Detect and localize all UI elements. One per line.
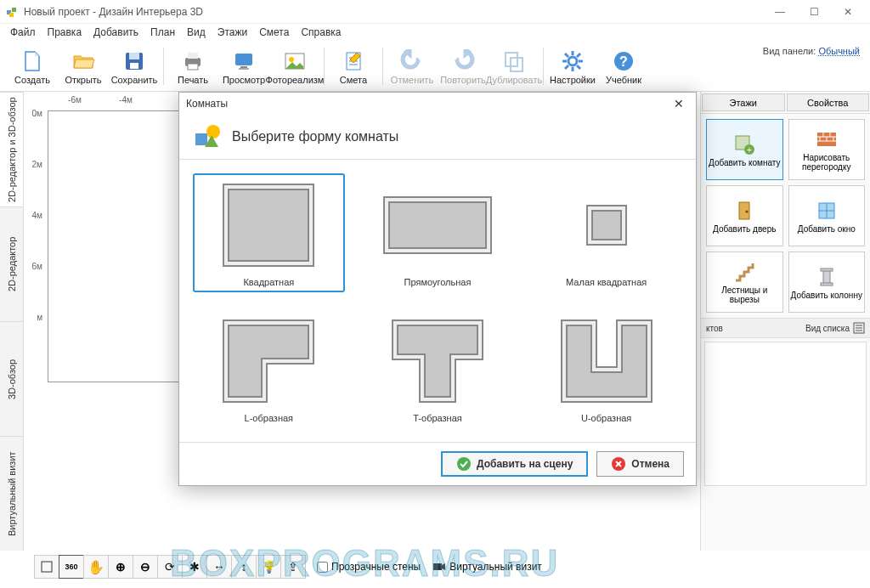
separator <box>543 48 544 85</box>
folder-open-icon <box>71 49 95 73</box>
add-column-button[interactable]: Добавить колонну <box>788 252 866 313</box>
ruler-vertical: 0м 2м 4м 6м м <box>27 109 44 364</box>
list-view-icon[interactable] <box>853 322 865 334</box>
sidetab-virtual[interactable]: Виртуальный визит <box>0 436 23 551</box>
transparent-walls-checkbox[interactable]: Прозрачные стены <box>317 561 421 573</box>
open-button[interactable]: Открыть <box>58 42 109 90</box>
dialog-close-button[interactable]: ✕ <box>669 95 689 112</box>
stairs-button[interactable]: Лестницы и вырезы <box>706 252 783 313</box>
sidetab-2d3d[interactable]: 2D-редактор и 3D-обзор <box>0 92 23 206</box>
flip-h-button[interactable]: ↔ <box>206 555 232 579</box>
svg-rect-11 <box>239 68 249 70</box>
column-icon <box>815 265 839 289</box>
side-tabs: 2D-редактор и 3D-обзор 2D-редактор 3D-об… <box>0 92 24 551</box>
duplicate-button[interactable]: Дублировать <box>489 42 540 90</box>
tutorial-button[interactable]: ? Учебник <box>598 42 649 90</box>
sidetab-2d[interactable]: 2D-редактор <box>0 206 23 321</box>
svg-line-28 <box>577 54 580 57</box>
svg-text:?: ? <box>619 54 628 69</box>
menu-bar: Файл Правка Добавить План Вид Этажи Смет… <box>0 24 870 41</box>
svg-rect-47 <box>823 270 830 284</box>
new-file-icon <box>20 49 44 73</box>
menu-file[interactable]: Файл <box>5 25 41 40</box>
settings-button[interactable]: Настройки <box>547 42 598 90</box>
rotate-button[interactable]: ⟳ <box>157 555 183 579</box>
fit-icon <box>40 560 54 574</box>
add-door-button[interactable]: Добавить дверь <box>706 185 783 246</box>
shape-t[interactable]: T-образная <box>362 309 514 428</box>
svg-rect-10 <box>240 66 247 68</box>
add-room-button[interactable]: + Добавить комнату <box>706 119 783 180</box>
lightbulb-icon: 💡 <box>262 560 276 574</box>
flip-v-button[interactable]: ↕ <box>231 555 257 579</box>
export-button[interactable]: ⇪ <box>280 555 306 579</box>
menu-floors[interactable]: Этажи <box>212 25 252 40</box>
cancel-button[interactable]: Отмена <box>596 451 684 477</box>
menu-edit[interactable]: Правка <box>42 25 88 40</box>
360-button[interactable]: 360 <box>59 555 84 579</box>
360-icon: 360 <box>65 563 77 571</box>
maximize-button[interactable]: ☐ <box>797 0 831 24</box>
preview-button[interactable]: Просмотр <box>218 42 269 90</box>
create-button[interactable]: Создать <box>7 42 58 90</box>
redo-icon <box>451 49 475 73</box>
pan-button[interactable]: ✋ <box>83 555 109 579</box>
rotate-icon: ⟳ <box>165 560 175 574</box>
undo-button[interactable]: Отменить <box>387 42 438 90</box>
tab-properties[interactable]: Свойства <box>787 93 870 111</box>
shape-small-square[interactable]: Малая квадратная <box>530 173 682 292</box>
svg-rect-54 <box>42 562 52 572</box>
menu-view[interactable]: Вид <box>182 25 211 40</box>
svg-point-64 <box>457 457 471 471</box>
light-button[interactable]: 💡 <box>256 555 281 579</box>
print-button[interactable]: Печать <box>167 42 218 90</box>
minimize-button[interactable]: — <box>763 0 797 24</box>
shape-l[interactable]: L-образная <box>193 309 345 428</box>
draw-wall-button[interactable]: Нарисовать перегородку <box>788 119 866 180</box>
help-icon: ? <box>612 49 636 73</box>
zoom-in-icon: ⊕ <box>116 560 126 574</box>
estimate-button[interactable]: Смета <box>328 42 379 90</box>
zoom-out-button[interactable]: ⊖ <box>133 555 158 579</box>
right-panel: Этажи Свойства + Добавить комнату Нарисо… <box>700 92 870 551</box>
redo-button[interactable]: Повторить <box>438 42 489 90</box>
shape-square[interactable]: Квадратная <box>193 173 345 292</box>
svg-rect-48 <box>821 269 833 271</box>
menu-help[interactable]: Справка <box>296 25 346 40</box>
photorealism-button[interactable]: Фотореализм <box>269 42 320 90</box>
svg-point-20 <box>568 57 577 65</box>
close-button[interactable]: ✕ <box>831 0 865 24</box>
svg-line-27 <box>565 65 568 69</box>
sidetab-3d[interactable]: 3D-обзор <box>0 321 23 436</box>
svg-point-57 <box>206 125 220 139</box>
brick-wall-icon <box>815 127 839 151</box>
add-to-scene-button[interactable]: Добавить на сцену <box>441 451 588 477</box>
virtual-visit-label[interactable]: Виртуальный визит <box>432 561 542 573</box>
svg-rect-9 <box>235 54 252 65</box>
svg-rect-8 <box>188 64 198 70</box>
svg-rect-7 <box>188 53 198 59</box>
svg-rect-4 <box>129 53 139 59</box>
monitor-icon <box>232 49 256 73</box>
zoom-in-button[interactable]: ⊕ <box>108 555 133 579</box>
tab-floors[interactable]: Этажи <box>702 93 785 111</box>
shape-u[interactable]: U-образная <box>530 309 682 428</box>
atom-button[interactable]: ✱ <box>182 555 207 579</box>
view-panel-link[interactable]: Обычный <box>818 46 860 56</box>
menu-plan[interactable]: План <box>145 25 180 40</box>
add-window-button[interactable]: Добавить окно <box>788 185 866 246</box>
svg-rect-62 <box>590 208 624 242</box>
menu-add[interactable]: Добавить <box>88 25 144 40</box>
fit-button[interactable] <box>34 555 59 579</box>
small-square-shape-icon <box>556 178 658 272</box>
shape-rectangle[interactable]: Прямоугольная <box>362 173 514 292</box>
svg-point-13 <box>289 57 294 62</box>
export-icon: ⇪ <box>288 560 298 574</box>
save-button[interactable]: Сохранить <box>109 42 160 90</box>
menu-estimate[interactable]: Смета <box>254 25 294 40</box>
viewport-toolbar: 360 ✋ ⊕ ⊖ ⟳ ✱ ↔ ↕ 💡 ⇪ Прозрачные стены В… <box>34 552 542 581</box>
app-icon <box>5 5 19 19</box>
rectangle-shape-icon <box>378 178 497 272</box>
separator <box>382 48 383 85</box>
svg-rect-55 <box>433 563 442 570</box>
